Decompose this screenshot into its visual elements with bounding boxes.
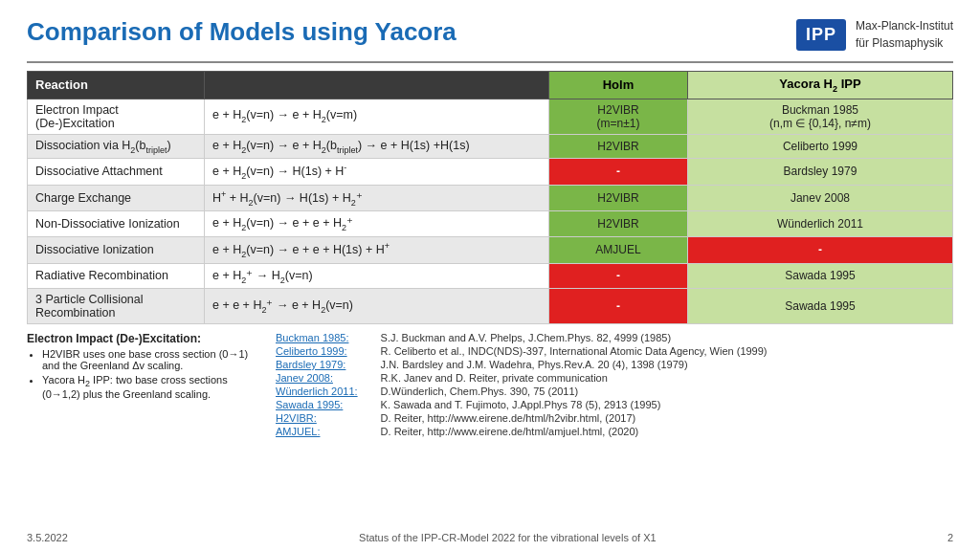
formula-cell: e + H2(v=n) → H(1s) + H- (205, 159, 549, 186)
reaction-cell: Charge Exchange (28, 185, 205, 211)
ref-link[interactable]: Buckman 1985: (276, 332, 358, 343)
ref-links: Buckman 1985:Celiberto 1999:Bardsley 197… (276, 332, 358, 437)
date: 3.5.2022 (27, 532, 68, 543)
reaction-cell: Electron Impact (De-)Excitation (28, 99, 205, 134)
ref-link[interactable]: Celiberto 1999: (276, 345, 358, 357)
holm-cell: H2VIBR (549, 185, 688, 211)
yacora-cell: Wünderlich 2011 (687, 211, 952, 237)
logo-area: IPP Max-Planck-Institut für Plasmaphysik (796, 17, 953, 52)
institute-name: Max-Planck-Institut für Plasmaphysik (856, 17, 953, 52)
holm-cell: - (549, 289, 688, 324)
header: Comparison of Models using Yacora IPP Ma… (27, 17, 953, 52)
footer-refs: Buckman 1985:Celiberto 1999:Bardsley 197… (276, 332, 953, 437)
ref-link[interactable]: Janev 2008: (276, 372, 358, 384)
page-title: Comparison of Models using Yacora (27, 17, 457, 47)
footer-bullet: Yacora H2 IPP: two base cross sections (… (42, 374, 256, 400)
status-text: Status of the IPP-CR-Model 2022 for the … (359, 532, 657, 543)
footer-bullets: H2VIBR uses one base cross section (0→1)… (42, 348, 256, 400)
comparison-table: Reaction Holm Yacora H2 IPP Electron Imp… (27, 71, 953, 324)
holm-cell: H2VIBR (549, 134, 688, 159)
ref-link[interactable]: H2VIBR: (276, 412, 358, 424)
col-header-yacora: Yacora H2 IPP (687, 72, 952, 99)
col-header-reaction: Reaction (28, 72, 205, 99)
formula-cell: e + H2(v=n) → e + H2(v=m) (205, 99, 549, 134)
ref-desc: D. Reiter, http://www.eirene.de/html/amj… (381, 426, 768, 437)
ref-link[interactable]: Bardsley 1979: (276, 359, 358, 370)
ref-link[interactable]: AMJUEL: (276, 426, 358, 437)
table-row: 3 Particle Collisional Recombinatione + … (28, 289, 953, 324)
footer-bullet: H2VIBR uses one base cross section (0→1)… (42, 348, 256, 371)
ref-link[interactable]: Sawada 1995: (276, 399, 358, 410)
reaction-cell: Dissociative Attachment (28, 159, 205, 186)
formula-cell: e + H2(v=n) → e + H2(btriplet) → e + H(1… (205, 134, 549, 159)
divider (27, 61, 953, 63)
yacora-cell: Janev 2008 (687, 185, 952, 211)
ref-descriptions: S.J. Buckman and A.V. Phelps, J.Chem.Phy… (381, 332, 768, 437)
yacora-cell: Bardsley 1979 (687, 159, 952, 186)
ref-desc: D. Reiter, http://www.eirene.de/html/h2v… (381, 412, 768, 424)
holm-cell: AMJUEL (549, 236, 688, 263)
formula-cell: H+ + H2(v=n) → H(1s) + H2⁺ (205, 185, 549, 211)
reaction-cell: 3 Particle Collisional Recombination (28, 289, 205, 324)
ref-desc: R. Celiberto et al., INDC(NDS)-397, Inte… (381, 345, 768, 357)
bottom-bar: 3.5.2022 Status of the IPP-CR-Model 2022… (27, 532, 953, 543)
ref-desc: D.Wünderlich, Chem.Phys. 390, 75 (2011) (381, 386, 768, 397)
holm-cell: H2VIBR(m=n±1) (549, 99, 688, 134)
col-header-holm: Holm (549, 72, 688, 99)
holm-cell: H2VIBR (549, 211, 688, 237)
yacora-cell: Sawada 1995 (687, 263, 952, 289)
table-row: Charge ExchangeH+ + H2(v=n) → H(1s) + H2… (28, 185, 953, 211)
table-row: Non-Dissociative Ionizatione + H2(v=n) →… (28, 211, 953, 237)
footer-area: Electron Impact (De-)Excitation: H2VIBR … (27, 332, 953, 437)
holm-cell: - (549, 159, 688, 186)
page-number: 2 (947, 532, 953, 543)
ref-desc: R.K. Janev and D. Reiter, private commun… (381, 372, 768, 384)
formula-cell: e + H2(v=n) → e + e + H(1s) + H+ (205, 236, 549, 263)
table-row: Radiative Recombinatione + H2⁺ → H2(v=n)… (28, 263, 953, 289)
formula-cell: e + H2(v=n) → e + e + H2⁺ (205, 211, 549, 237)
table-row: Dissociation via H2(btriplet)e + H2(v=n)… (28, 134, 953, 159)
footer-left-title: Electron Impact (De-)Excitation: (27, 332, 256, 345)
table-row: Dissociative Attachmente + H2(v=n) → H(1… (28, 159, 953, 186)
footer-left: Electron Impact (De-)Excitation: H2VIBR … (27, 332, 256, 437)
ipp-logo: IPP (796, 19, 846, 51)
formula-cell: e + e + H2⁺ → e + H2(v=n) (205, 289, 549, 324)
table-row: Electron Impact (De-)Excitatione + H2(v=… (28, 99, 953, 134)
holm-cell: - (549, 263, 688, 289)
yacora-cell: - (687, 236, 952, 263)
ref-desc: K. Sawada and T. Fujimoto, J.Appl.Phys 7… (381, 399, 768, 410)
table-row: Dissociative Ionizatione + H2(v=n) → e +… (28, 236, 953, 263)
col-header-formula (205, 72, 549, 99)
reaction-cell: Non-Dissociative Ionization (28, 211, 205, 237)
formula-cell: e + H2⁺ → H2(v=n) (205, 263, 549, 289)
ref-desc: J.N. Bardsley and J.M. Wadehra, Phys.Rev… (381, 359, 768, 370)
ref-desc: S.J. Buckman and A.V. Phelps, J.Chem.Phy… (381, 332, 768, 343)
reaction-cell: Dissociation via H2(btriplet) (28, 134, 205, 159)
page: Comparison of Models using Yacora IPP Ma… (0, 0, 980, 551)
yacora-cell: Sawada 1995 (687, 289, 952, 324)
yacora-cell: Buckman 1985(n,m ∈ {0,14}, n≠m) (687, 99, 952, 134)
yacora-cell: Celiberto 1999 (687, 134, 952, 159)
reaction-cell: Dissociative Ionization (28, 236, 205, 263)
ref-link[interactable]: Wünderlich 2011: (276, 386, 358, 397)
reaction-cell: Radiative Recombination (28, 263, 205, 289)
